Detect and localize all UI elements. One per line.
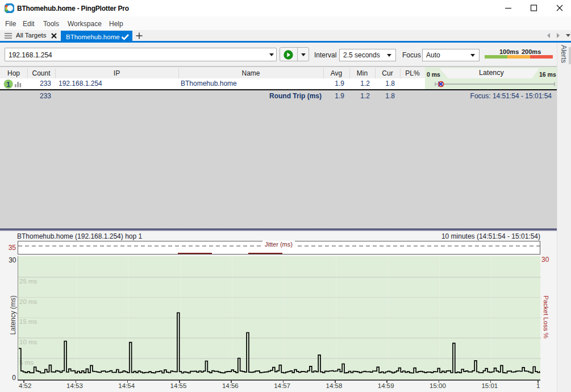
- svg-text:1: 1: [6, 81, 10, 89]
